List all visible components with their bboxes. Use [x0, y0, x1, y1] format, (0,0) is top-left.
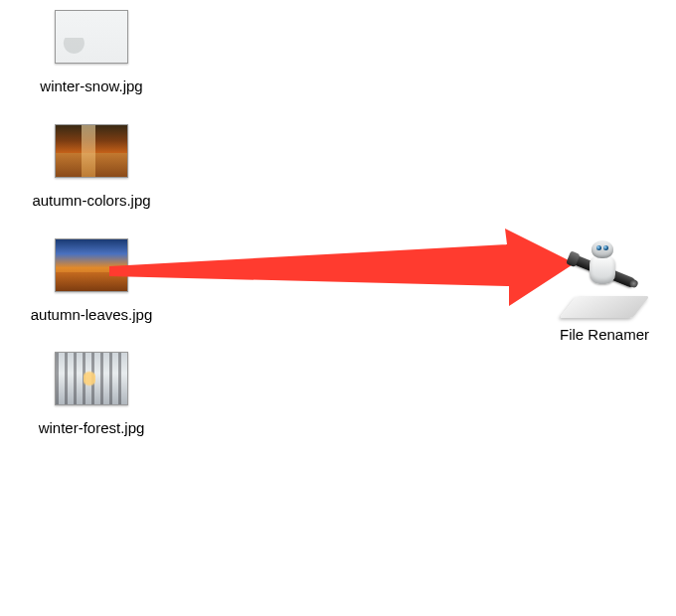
- file-name-label: autumn-colors.jpg: [32, 192, 150, 211]
- file-item[interactable]: winter-forest.jpg: [12, 352, 171, 438]
- image-thumbnail: [55, 238, 128, 292]
- file-column: winter-snow.jpg autumn-colors.jpg autumn…: [12, 10, 171, 466]
- arrow-shape: [109, 229, 575, 306]
- app-label: File Renamer: [560, 326, 649, 343]
- image-thumbnail: [55, 124, 128, 178]
- file-name-label: winter-snow.jpg: [40, 77, 142, 96]
- file-name-label: autumn-leaves.jpg: [31, 306, 153, 325]
- automator-icon: [562, 238, 647, 318]
- file-item[interactable]: winter-snow.jpg: [12, 10, 171, 96]
- app-droplet[interactable]: File Renamer: [545, 238, 664, 343]
- image-thumbnail: [55, 352, 128, 405]
- file-item[interactable]: autumn-colors.jpg: [12, 124, 171, 211]
- drag-arrow-icon: [109, 229, 577, 318]
- file-name-label: winter-forest.jpg: [39, 419, 145, 438]
- image-thumbnail: [55, 10, 128, 64]
- file-item[interactable]: autumn-leaves.jpg: [12, 238, 171, 325]
